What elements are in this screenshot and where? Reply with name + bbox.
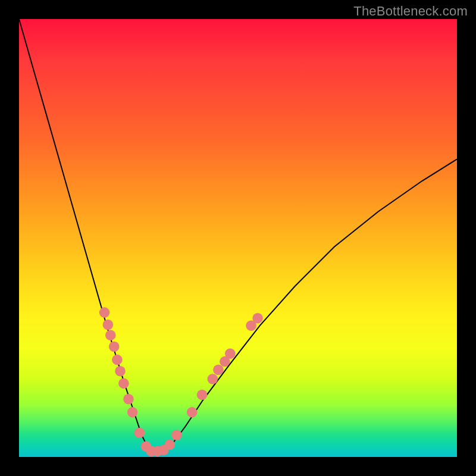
data-marker (225, 349, 236, 359)
watermark-text: TheBottleneck.com (353, 4, 468, 19)
chart-frame: TheBottleneck.com (0, 0, 476, 476)
data-marker (118, 378, 129, 389)
data-marker (252, 313, 263, 324)
data-marker (187, 407, 198, 418)
data-marker (127, 407, 138, 418)
data-marker (171, 430, 182, 440)
plot-area (19, 19, 457, 457)
data-marker (112, 355, 123, 365)
data-marker (115, 366, 126, 377)
data-marker (109, 342, 120, 352)
data-marker (164, 440, 175, 450)
data-marker (103, 320, 114, 330)
bottleneck-curve (19, 19, 457, 453)
data-marker (134, 428, 145, 439)
chart-svg (19, 19, 457, 457)
data-marker (123, 394, 134, 405)
data-marker (208, 374, 218, 384)
data-marker (105, 330, 116, 341)
data-marker (213, 365, 224, 375)
data-marker (197, 390, 208, 400)
markers-group (99, 307, 263, 456)
data-marker (99, 307, 110, 318)
